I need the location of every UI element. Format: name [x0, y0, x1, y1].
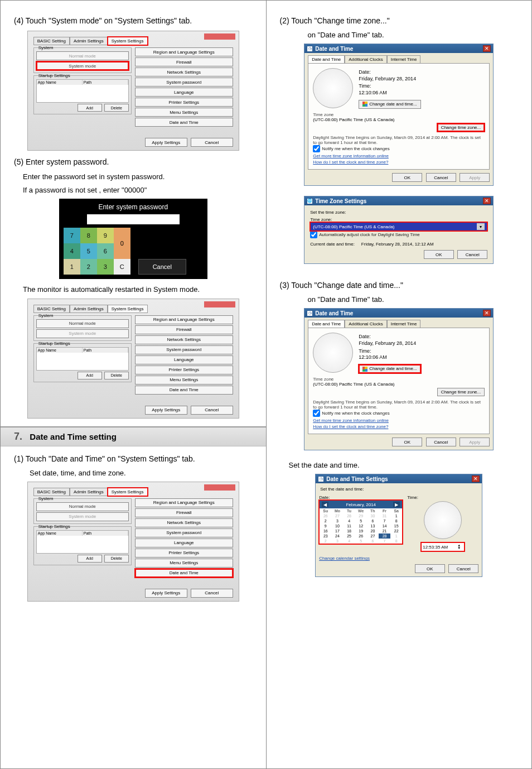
- keypad-clear[interactable]: C: [114, 259, 130, 275]
- calendar-day[interactable]: 20: [367, 528, 379, 534]
- network-settings-button[interactable]: Network Settings: [135, 68, 233, 76]
- apply-settings-button[interactable]: Apply Settings: [145, 589, 187, 598]
- calendar-day[interactable]: 1: [390, 513, 402, 518]
- firewall-button[interactable]: Firewall: [135, 325, 233, 334]
- menu-settings-button[interactable]: Menu Settings: [135, 376, 233, 384]
- calendar-day[interactable]: 11: [344, 523, 355, 528]
- tab-date-time[interactable]: Date and Time: [308, 320, 345, 328]
- keypad-6[interactable]: 6: [97, 243, 114, 259]
- menu-settings-button[interactable]: Menu Settings: [135, 559, 233, 568]
- change-time-zone-button[interactable]: Change time zone...: [437, 388, 485, 396]
- keypad-5[interactable]: 5: [80, 243, 97, 259]
- keypad-2[interactable]: 2: [80, 259, 97, 275]
- calendar-day[interactable]: 4: [344, 518, 355, 523]
- ok-button[interactable]: OK: [392, 438, 422, 446]
- system-password-button[interactable]: System password: [135, 528, 233, 537]
- calendar-day[interactable]: 2: [320, 518, 331, 523]
- region-language-button[interactable]: Region and Language Settings: [135, 315, 233, 324]
- change-time-zone-button[interactable]: Change time zone...: [437, 123, 485, 132]
- tab-basic[interactable]: BASIC Setting: [33, 305, 70, 313]
- menu-settings-button[interactable]: Menu Settings: [135, 108, 233, 117]
- calendar-day[interactable]: 27: [331, 513, 343, 518]
- spinner-arrows-icon[interactable]: ▲▼: [457, 544, 463, 550]
- link-tz-info[interactable]: Get more time zone information online: [313, 153, 485, 158]
- tab-internet-time[interactable]: Internet Time: [387, 55, 421, 63]
- normal-mode-button[interactable]: Normal mode: [36, 51, 129, 60]
- cancel-button[interactable]: Cancel: [191, 406, 233, 415]
- timezone-select[interactable]: (UTC-08:00) Pacific Time (US & Canada) ▾: [310, 222, 487, 231]
- month-next-icon[interactable]: ▶: [393, 502, 400, 507]
- calendar-day[interactable]: 19: [355, 528, 367, 534]
- calendar-day[interactable]: 28: [379, 534, 390, 539]
- calendar-day[interactable]: 8: [390, 539, 402, 544]
- firewall-button[interactable]: Firewall: [135, 508, 233, 517]
- change-date-time-button[interactable]: Change date and time...: [359, 100, 420, 109]
- calendar-day[interactable]: 4: [344, 539, 355, 544]
- system-password-button[interactable]: System password: [135, 345, 233, 354]
- cancel-button[interactable]: Cancel: [448, 564, 478, 573]
- normal-mode-button[interactable]: Normal mode: [36, 502, 129, 511]
- close-icon[interactable]: ✕: [483, 45, 491, 52]
- ok-button[interactable]: OK: [415, 564, 445, 573]
- notify-checkbox[interactable]: Notify me when the clock changes: [313, 146, 389, 151]
- keypad-0[interactable]: 0: [114, 228, 130, 259]
- calendar-day[interactable]: 31: [379, 513, 390, 518]
- cancel-button[interactable]: Cancel: [426, 173, 456, 182]
- language-button[interactable]: Language: [135, 539, 233, 547]
- printer-settings-button[interactable]: Printer Settings: [135, 98, 233, 107]
- system-mode-button[interactable]: System mode: [36, 61, 129, 70]
- system-mode-button[interactable]: System mode: [36, 512, 129, 521]
- month-prev-icon[interactable]: ◀: [322, 502, 328, 507]
- language-button[interactable]: Language: [135, 88, 233, 97]
- tab-admin[interactable]: Admin Settings: [70, 37, 108, 45]
- keypad-1[interactable]: 1: [64, 259, 80, 275]
- calendar-day[interactable]: 22: [390, 528, 402, 534]
- password-cancel-button[interactable]: Cancel: [138, 259, 186, 275]
- network-settings-button[interactable]: Network Settings: [135, 335, 233, 344]
- date-time-button[interactable]: Date and Time: [135, 386, 233, 395]
- calendar-day[interactable]: 3: [331, 539, 343, 544]
- printer-settings-button[interactable]: Printer Settings: [135, 549, 233, 557]
- cancel-button[interactable]: Cancel: [426, 438, 456, 446]
- calendar-day[interactable]: 18: [344, 528, 355, 534]
- language-button[interactable]: Language: [135, 355, 233, 364]
- tab-basic[interactable]: BASIC Setting: [33, 488, 70, 496]
- close-icon[interactable]: ✕: [472, 475, 480, 482]
- apply-settings-button[interactable]: Apply Settings: [145, 138, 187, 147]
- calendar-day[interactable]: 14: [379, 523, 390, 528]
- tab-system[interactable]: System Settings: [108, 488, 148, 496]
- calendar-day[interactable]: 6: [367, 518, 379, 523]
- tab-internet-time[interactable]: Internet Time: [387, 320, 421, 328]
- calendar[interactable]: ◀ February, 2014 ▶ SuMoTuWeThFrSa2627282…: [319, 500, 403, 544]
- printer-settings-button[interactable]: Printer Settings: [135, 366, 233, 374]
- tab-basic[interactable]: BASIC Setting: [33, 37, 70, 45]
- firewall-button[interactable]: Firewall: [135, 57, 233, 66]
- link-calendar-settings[interactable]: Change calendar settings: [319, 556, 478, 561]
- calendar-day[interactable]: 26: [355, 534, 367, 539]
- keypad-9[interactable]: 9: [97, 228, 114, 243]
- calendar-day[interactable]: 23: [320, 534, 331, 539]
- calendar-day[interactable]: 25: [344, 534, 355, 539]
- calendar-day[interactable]: 7: [379, 539, 390, 544]
- tab-date-time[interactable]: Date and Time: [308, 55, 345, 63]
- calendar-day[interactable]: 26: [320, 513, 331, 518]
- calendar-day[interactable]: 17: [331, 528, 343, 534]
- keypad-8[interactable]: 8: [80, 228, 97, 243]
- keypad-7[interactable]: 7: [64, 228, 80, 243]
- date-time-button[interactable]: Date and Time: [135, 118, 233, 127]
- region-language-button[interactable]: Region and Language Settings: [135, 498, 233, 507]
- network-settings-button[interactable]: Network Settings: [135, 518, 233, 527]
- calendar-day[interactable]: 16: [320, 528, 331, 534]
- ok-button[interactable]: OK: [424, 250, 454, 259]
- calendar-day[interactable]: 5: [355, 539, 367, 544]
- tab-additional-clocks[interactable]: Additional Clocks: [345, 320, 386, 328]
- time-spinner[interactable]: 12:53:35 AM ▲▼: [421, 542, 465, 551]
- calendar-day[interactable]: 1: [390, 534, 402, 539]
- calendar-day[interactable]: 5: [355, 518, 367, 523]
- link-tz-info[interactable]: Get more time zone information online: [313, 418, 485, 423]
- calendar-day[interactable]: 10: [331, 523, 343, 528]
- close-icon[interactable]: ✕: [483, 198, 491, 204]
- calendar-day[interactable]: 29: [355, 513, 367, 518]
- calendar-day[interactable]: 24: [331, 534, 343, 539]
- keypad-3[interactable]: 3: [97, 259, 114, 275]
